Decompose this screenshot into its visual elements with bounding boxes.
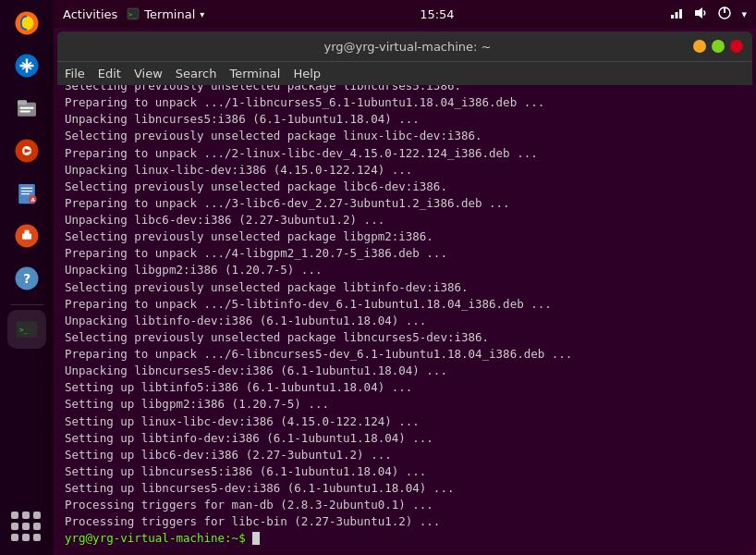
svg-rect-25	[671, 15, 674, 18]
terminal-line: Selecting previously unselected package …	[65, 279, 745, 296]
terminal-prompt: yrg@yrg-virtual-machine:~$	[65, 530, 745, 547]
main-area: Activities >_ Terminal ▾ 15:54 ▾	[54, 0, 756, 555]
terminal-app-indicator[interactable]: >_ Terminal ▾	[127, 7, 204, 21]
terminal-line: Selecting previously unselected package …	[65, 128, 745, 144]
dock-divider	[10, 304, 43, 305]
volume-icon[interactable]	[693, 6, 708, 23]
terminal-line: Unpacking libtinfo-dev:i386 (6.1-1ubuntu…	[65, 313, 745, 329]
terminal-line: Preparing to unpack .../1-libncurses5_6.…	[65, 94, 745, 111]
thunderbird-icon[interactable]	[7, 46, 46, 85]
terminal-line: Preparing to unpack .../6-libncurses5-de…	[65, 346, 745, 363]
terminal-line: Selecting previously unselected package …	[65, 85, 745, 94]
terminal-small-icon: >_	[127, 7, 140, 20]
terminal-line: Setting up libgpm2:i386 (1.20.7-5) ...	[65, 396, 745, 413]
application-dock: A ? >_	[0, 0, 54, 555]
terminal-line: Unpacking linux-libc-dev:i386 (4.15.0-12…	[65, 162, 745, 179]
menu-search[interactable]: Search	[176, 67, 217, 80]
svg-rect-18	[25, 230, 30, 235]
svg-marker-28	[695, 7, 702, 18]
terminal-cursor	[252, 532, 260, 545]
network-icon[interactable]	[669, 6, 684, 23]
svg-text:>_: >_	[19, 326, 29, 334]
svg-rect-13	[21, 193, 30, 194]
terminal-line: Unpacking libncurses5-dev:i386 (6.1-1ubu…	[65, 363, 745, 379]
svg-rect-5	[20, 107, 34, 109]
svg-text:A: A	[30, 197, 35, 203]
power-icon[interactable]	[717, 6, 732, 23]
terminal-line: Setting up libncurses5:i386 (6.1-1ubuntu…	[65, 463, 745, 480]
app-name-label: Terminal	[144, 7, 195, 21]
software-icon[interactable]	[7, 216, 46, 255]
writer-icon[interactable]: A	[7, 174, 46, 213]
terminal-line: Unpacking libc6-dev:i386 (2.27-3ubuntu1.…	[65, 212, 745, 228]
terminal-window: yrg@yrg-virtual-machine: ~ File Edit Vie…	[57, 31, 752, 551]
terminal-line: Preparing to unpack .../4-libgpm2_1.20.7…	[65, 245, 745, 262]
terminal-line: Selecting previously unselected package …	[65, 329, 745, 346]
topbar: Activities >_ Terminal ▾ 15:54 ▾	[54, 0, 756, 28]
menu-edit[interactable]: Edit	[98, 67, 121, 80]
help-icon[interactable]: ?	[7, 259, 46, 298]
terminal-titlebar: yrg@yrg-virtual-machine: ~	[57, 31, 752, 61]
terminal-line: Processing triggers for libc-bin (2.27-3…	[65, 513, 745, 530]
topbar-left: Activities >_ Terminal ▾	[63, 7, 204, 21]
terminal-content[interactable]: Selecting previously unselected package …	[57, 85, 752, 551]
topbar-right: ▾	[669, 6, 747, 23]
apps-grid-icon[interactable]	[7, 511, 46, 549]
terminal-line: Preparing to unpack .../3-libc6-dev_2.27…	[65, 195, 745, 212]
menu-view[interactable]: View	[134, 67, 163, 80]
topbar-clock: 15:54	[420, 7, 454, 21]
svg-rect-26	[676, 12, 678, 18]
svg-rect-11	[21, 188, 33, 189]
svg-rect-4	[18, 100, 27, 105]
terminal-line: Selecting previously unselected package …	[65, 228, 745, 245]
terminal-line: Setting up libncurses5-dev:i386 (6.1-1ub…	[65, 480, 745, 497]
svg-rect-6	[20, 111, 30, 113]
system-menu-icon[interactable]: ▾	[741, 8, 747, 20]
activities-button[interactable]: Activities	[63, 7, 117, 21]
app-chevron-icon[interactable]: ▾	[200, 9, 204, 19]
svg-rect-27	[679, 9, 682, 18]
apps-grid	[7, 511, 46, 549]
terminal-line: Setting up linux-libc-dev:i386 (4.15.0-1…	[65, 413, 745, 430]
terminal-line: Preparing to unpack .../5-libtinfo-dev_6…	[65, 296, 745, 313]
maximize-button[interactable]	[712, 40, 725, 53]
terminal-line: Processing triggers for man-db (2.8.3-2u…	[65, 497, 745, 513]
close-button[interactable]	[730, 40, 743, 53]
terminal-menubar: File Edit View Search Terminal Help	[57, 61, 752, 85]
terminal-line: Selecting previously unselected package …	[65, 179, 745, 195]
terminal-line: Unpacking libgpm2:i386 (1.20.7-5) ...	[65, 262, 745, 278]
terminal-line: Setting up libtinfo5:i386 (6.1-1ubuntu1.…	[65, 379, 745, 396]
terminal-line: Unpacking libncurses5:i386 (6.1-1ubuntu1…	[65, 111, 745, 128]
svg-text:>_: >_	[128, 11, 137, 18]
menu-help[interactable]: Help	[293, 67, 321, 80]
menu-file[interactable]: File	[65, 67, 85, 80]
svg-text:?: ?	[23, 271, 30, 286]
terminal-line: Preparing to unpack .../2-linux-libc-dev…	[65, 145, 745, 162]
files-icon[interactable]	[7, 89, 46, 128]
terminal-line: Setting up libtinfo-dev:i386 (6.1-1ubunt…	[65, 430, 745, 447]
rhythmbox-icon[interactable]	[7, 131, 46, 170]
window-controls	[693, 40, 743, 53]
svg-rect-12	[21, 191, 33, 191]
terminal-dock-icon[interactable]: >_	[7, 310, 46, 349]
terminal-line: Setting up libc6-dev:i386 (2.27-3ubuntu1…	[65, 447, 745, 463]
menu-terminal[interactable]: Terminal	[229, 67, 280, 80]
minimize-button[interactable]	[693, 40, 706, 53]
terminal-title: yrg@yrg-virtual-machine: ~	[122, 40, 693, 54]
firefox-icon[interactable]	[7, 4, 46, 43]
